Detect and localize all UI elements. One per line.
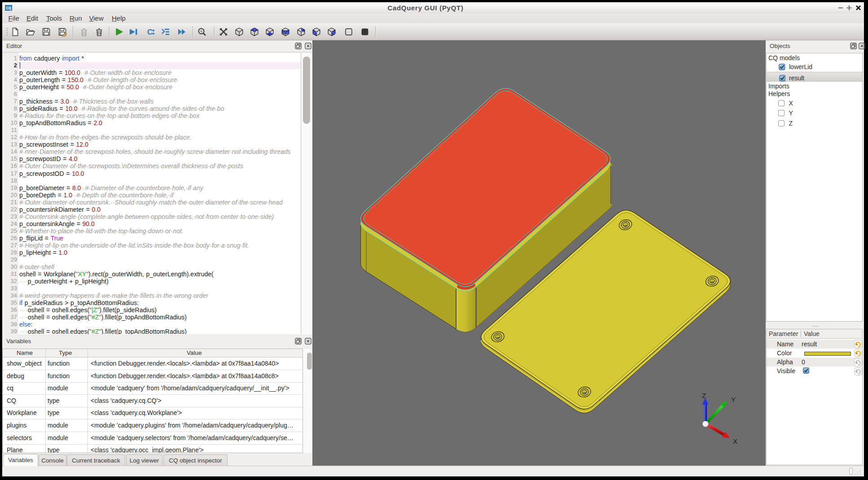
svg-text:Y: Y — [731, 396, 736, 403]
svg-text:Z: Z — [702, 392, 706, 399]
svg-text:X: X — [733, 437, 737, 445]
svg-text:C: C — [147, 28, 153, 36]
